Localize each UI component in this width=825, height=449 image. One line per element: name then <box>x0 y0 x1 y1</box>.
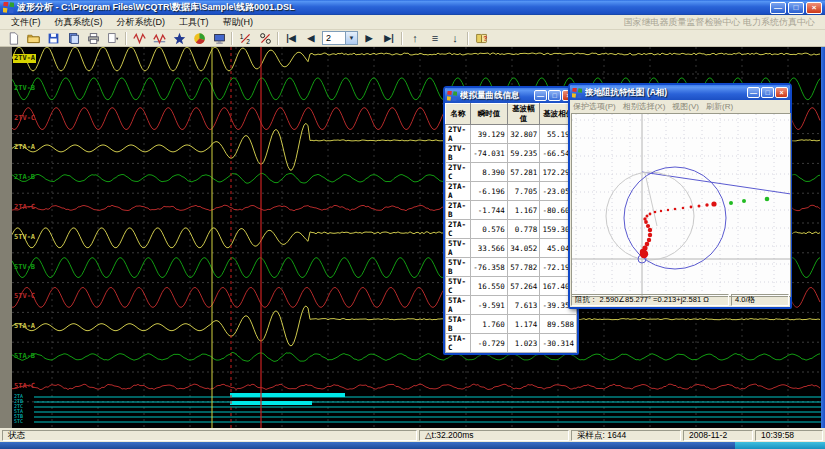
table-row[interactable]: 5TA-B1.7601.17489.588 <box>446 315 577 334</box>
table-row[interactable]: 5TV-A33.56634.05245.047 <box>446 239 577 258</box>
table-row[interactable]: 2TV-C8.39057.281172.294 <box>446 163 577 182</box>
page-select[interactable]: 2 ▼ <box>322 31 358 45</box>
first-page-glyph: |◀ <box>286 32 295 45</box>
table-header[interactable]: 名称 <box>446 104 471 125</box>
menu-item-4[interactable]: 帮助(H) <box>216 15 261 30</box>
left-panel-strip <box>0 47 12 428</box>
value-cell: 57.782 <box>507 258 540 277</box>
move-up-button[interactable]: ↑ <box>405 31 425 46</box>
table-row[interactable]: 5TV-C16.55057.264167.400 <box>446 277 577 296</box>
impedance-menu-item-1[interactable]: 相别选择(X) <box>623 101 666 112</box>
menu-item-0[interactable]: 文件(F) <box>4 15 48 30</box>
table-row[interactable]: 2TA-B-1.7441.167-80.604 <box>446 201 577 220</box>
table-header[interactable]: 基波幅值 <box>507 104 540 125</box>
title-bar[interactable]: 波形分析 - C:\Program Files\WCQTR\数据库\Sample… <box>0 0 825 15</box>
channel-label-5TA-B[interactable]: 5TA-B <box>13 352 36 361</box>
prev-page-button[interactable]: ◀ <box>301 31 321 46</box>
maximize-button[interactable]: □ <box>761 87 774 98</box>
waveform-region: 2TV-A2TV-B2TV-C2TA-A2TA-B2TA-C5TV-A5TV-B… <box>0 47 825 428</box>
channel-label-2TV-A[interactable]: 2TV-A <box>13 54 36 63</box>
phasor-button-2[interactable] <box>255 31 275 46</box>
close-button[interactable]: × <box>775 87 788 98</box>
table-header-row: 名称瞬时值基波幅值基波相位 <box>446 104 577 125</box>
channel-label-2TA-C[interactable]: 2TA-C <box>13 203 36 212</box>
maximize-button[interactable]: □ <box>788 2 804 14</box>
app-icon <box>572 88 582 98</box>
impedance-plot-area[interactable] <box>571 113 791 297</box>
table-header[interactable]: 瞬时值 <box>471 104 508 125</box>
channel-label-2TA-B[interactable]: 2TA-B <box>13 173 36 182</box>
value-cell: 34.052 <box>507 239 540 258</box>
window-title: 波形分析 - C:\Program Files\WCQTR\数据库\Sample… <box>17 1 768 14</box>
wave-analysis-button-1[interactable] <box>129 31 149 46</box>
value-cell: 57.281 <box>507 163 540 182</box>
channel-name-cell: 2TA-B <box>446 201 471 220</box>
taskbar-tray <box>735 442 825 449</box>
svg-text:?: ? <box>483 34 487 41</box>
analog-info-titlebar[interactable]: 模拟量曲线信息 — □ × <box>445 88 577 103</box>
channel-label-2TA-A[interactable]: 2TA-A <box>13 143 36 152</box>
next-page-button[interactable]: ▶ <box>359 31 379 46</box>
pie-chart-icon <box>193 32 206 45</box>
impedance-menu-item-3[interactable]: 刷新(R) <box>706 101 733 112</box>
table-row[interactable]: 5TA-A-9.5917.613-39.353 <box>446 296 577 315</box>
maximize-button[interactable]: □ <box>548 90 561 101</box>
print-button[interactable] <box>83 31 103 46</box>
channel-name-cell: 2TV-A <box>446 125 471 144</box>
pie-chart-button[interactable] <box>189 31 209 46</box>
next-page-glyph: ▶ <box>366 32 373 45</box>
new-file-button[interactable] <box>3 31 23 46</box>
open-file-button[interactable] <box>23 31 43 46</box>
channel-label-5TV-B[interactable]: 5TV-B <box>13 263 36 272</box>
menu-item-2[interactable]: 分析系统(D) <box>110 15 173 30</box>
table-row[interactable]: 5TV-B-76.35857.782-72.192 <box>446 258 577 277</box>
impedance-titlebar[interactable]: 接地阻抗特性图 (A相) — □ × <box>570 85 790 100</box>
table-row[interactable]: 2TV-A39.12932.80755.199 <box>446 125 577 144</box>
table-row[interactable]: 2TV-B-74.03159.235-66.544 <box>446 144 577 163</box>
down-arrow-icon: ↓ <box>452 32 458 45</box>
minimize-button[interactable]: — <box>770 2 786 14</box>
value-cell: 1.760 <box>471 315 508 334</box>
impedance-menu: 保护选项(P)相别选择(X)视图(V)刷新(R) <box>570 100 790 113</box>
channel-label-5TA-A[interactable]: 5TA-A <box>13 322 36 331</box>
sample-count: 采样点: 1644 <box>571 430 681 441</box>
save-button[interactable] <box>43 31 63 46</box>
value-cell: 0.778 <box>507 220 540 239</box>
menu-items: 文件(F)仿真系统(S)分析系统(D)工具(T)帮助(H) <box>4 15 260 30</box>
chevron-down-icon[interactable]: ▼ <box>345 32 357 44</box>
minimize-button[interactable]: — <box>747 87 760 98</box>
menu-item-1[interactable]: 仿真系统(S) <box>48 15 110 30</box>
channel-label-5TA-C[interactable]: 5TA-C <box>13 382 36 391</box>
value-cell: 8.390 <box>471 163 508 182</box>
channel-label-5TV-C[interactable]: 5TV-C <box>13 292 36 301</box>
table-row[interactable]: 2TA-A-6.1967.705-23.051 <box>446 182 577 201</box>
export-button[interactable] <box>63 31 83 46</box>
channel-label-2TV-B[interactable]: 2TV-B <box>13 84 36 93</box>
toolbar-separator <box>401 32 403 45</box>
table-row[interactable]: 2TA-C0.5760.778159.305 <box>446 220 577 239</box>
screen-button[interactable] <box>209 31 229 46</box>
overlap-button[interactable]: ≡ <box>425 31 445 46</box>
marker-button[interactable] <box>169 31 189 46</box>
value-cell: 16.550 <box>471 277 508 296</box>
table-row[interactable]: 5TA-C-0.7291.023-30.314 <box>446 334 577 353</box>
menu-item-3[interactable]: 工具(T) <box>172 15 216 30</box>
first-page-button[interactable]: |◀ <box>281 31 301 46</box>
phasor-button-1[interactable]: 12 <box>235 31 255 46</box>
last-page-button[interactable]: ▶| <box>379 31 399 46</box>
print-preview-dropdown[interactable] <box>103 31 123 46</box>
channel-label-2TV-C[interactable]: 2TV-C <box>13 114 36 123</box>
impedance-menu-item-2[interactable]: 视图(V) <box>672 101 699 112</box>
move-down-button[interactable]: ↓ <box>445 31 465 46</box>
page-select-value: 2 <box>323 33 345 43</box>
taskbar-left <box>0 442 735 449</box>
help-button[interactable]: ? <box>471 31 491 46</box>
impedance-menu-item-0[interactable]: 保护选项(P) <box>573 101 616 112</box>
close-button[interactable]: × <box>806 2 822 14</box>
channel-label-5TV-A[interactable]: 5TV-A <box>13 233 36 242</box>
date-value: 2008-11-2 <box>683 430 753 441</box>
minimize-button[interactable]: — <box>534 90 547 101</box>
digital-label-5TC[interactable]: 5TC <box>14 419 23 424</box>
wave-analysis-button-2[interactable] <box>149 31 169 46</box>
analog-info-title: 模拟量曲线信息 <box>460 90 533 102</box>
